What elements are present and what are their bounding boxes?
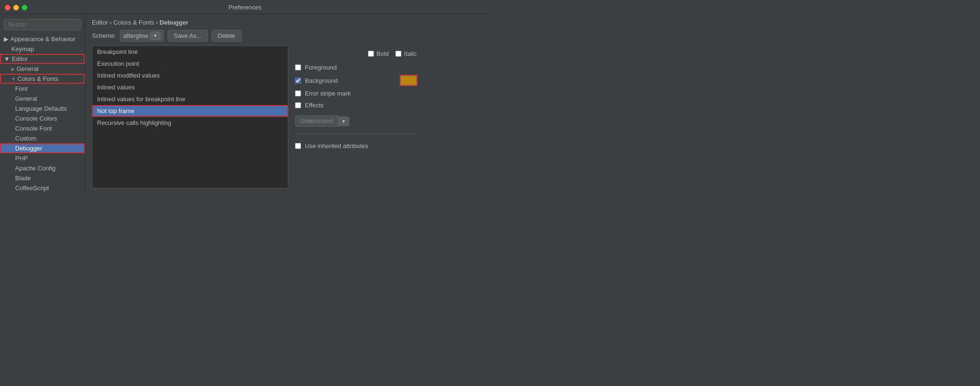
sidebar-item-label: Keymap <box>11 45 34 53</box>
use-inherited-checkbox[interactable] <box>295 143 301 149</box>
sidebar-item-editor[interactable]: ▼ Editor <box>0 54 85 64</box>
breadcrumb-part2: Colors & Fonts <box>114 19 154 26</box>
scheme-value: afterglow <box>123 32 148 39</box>
scheme-dropdown[interactable]: afterglow ▼ <box>120 30 164 42</box>
main-content: ▶ Appearance & Behavior Keymap ▼ Editor … <box>0 14 490 193</box>
sidebar-item-appearance[interactable]: ▶ Appearance & Behavior <box>0 34 85 44</box>
sidebar-item-colors-fonts[interactable]: ▼ Colors & Fonts <box>0 74 85 84</box>
inherited-row: Use inherited attributes <box>295 142 417 149</box>
sidebar-item-label: General <box>15 95 37 102</box>
background-label: Background <box>305 77 397 84</box>
sidebar-item-debugger[interactable]: Debugger <box>0 143 85 153</box>
breadcrumb-sep2: › <box>156 19 160 26</box>
arrow-icon: ▶ <box>11 67 15 71</box>
breadcrumb: Editor › Colors & Fonts › Debugger <box>85 14 490 30</box>
list-item-inlined-modified[interactable]: Inlined modified values <box>92 70 288 81</box>
bold-checkbox-label[interactable]: Bold <box>368 50 389 57</box>
list-item-label: Inlined modified values <box>97 72 160 79</box>
error-stripe-label: Error stripe mark <box>305 90 417 97</box>
search-input[interactable] <box>4 19 81 30</box>
bold-label: Bold <box>376 50 389 57</box>
sidebar-item-label: Appearance & Behavior <box>10 35 75 43</box>
list-item-execution-point[interactable]: Execution point <box>92 58 288 70</box>
sidebar-item-font[interactable]: Font <box>0 84 85 94</box>
list-item-inlined-breakpoint[interactable]: Inlined values for breakpoint line <box>92 93 288 105</box>
title-bar: Preferences <box>0 0 490 14</box>
effects-row: Effects <box>295 102 417 109</box>
background-color-swatch[interactable] <box>401 76 417 85</box>
arrow-icon: ▶ <box>4 35 9 43</box>
sidebar-item-label: Language Defaults <box>15 105 67 112</box>
breadcrumb-sep1: › <box>110 19 114 26</box>
debugger-list: Breakpoint line Execution point Inlined … <box>92 45 288 188</box>
sidebar-item-label: Console Font <box>15 125 52 132</box>
maximize-button[interactable] <box>22 5 27 10</box>
sidebar-item-console-colors[interactable]: Console Colors <box>0 114 85 123</box>
divider <box>295 133 417 134</box>
sidebar-item-label: Font <box>15 85 27 92</box>
sidebar-item-label: Debugger <box>15 145 42 152</box>
sidebar-item-general[interactable]: ▶ General <box>0 64 85 74</box>
effects-label: Effects <box>305 102 417 109</box>
sidebar-item-php[interactable]: PHP <box>0 153 85 163</box>
bold-checkbox[interactable] <box>368 51 374 57</box>
sidebar-item-label: Console Colors <box>15 115 57 122</box>
sidebar-item-language-defaults[interactable]: Language Defaults <box>0 104 85 114</box>
sidebar-item-apache-config[interactable]: Apache Config <box>0 163 85 173</box>
list-item-label: Not top frame <box>97 107 134 114</box>
sidebar-item-label: Blade <box>15 175 31 182</box>
dropdown-arrow-icon[interactable]: ▼ <box>150 32 160 40</box>
breadcrumb-part1: Editor <box>92 19 108 26</box>
list-item-breakpoint-line[interactable]: Breakpoint line <box>92 46 288 58</box>
foreground-row: Foreground <box>295 64 417 71</box>
traffic-lights <box>5 5 27 10</box>
sidebar-item-label: Editor <box>12 55 28 62</box>
scheme-label: Scheme: <box>92 32 116 39</box>
error-stripe-checkbox[interactable] <box>295 90 301 96</box>
sidebar: ▶ Appearance & Behavior Keymap ▼ Editor … <box>0 14 85 193</box>
close-button[interactable] <box>5 5 10 10</box>
content-area: Breakpoint line Execution point Inlined … <box>85 45 490 193</box>
background-checkbox[interactable] <box>295 78 301 84</box>
sidebar-item-console-font[interactable]: Console Font <box>0 123 85 133</box>
sidebar-item-label: CoffeeScript <box>15 184 49 192</box>
list-item-label: Breakpoint line <box>97 48 138 55</box>
foreground-label: Foreground <box>305 64 417 71</box>
sidebar-item-coffeescript[interactable]: CoffeeScript <box>0 183 85 193</box>
list-item-label: Recursive calls highlighting <box>97 119 171 126</box>
list-item-recursive-calls[interactable]: Recursive calls highlighting <box>92 117 288 129</box>
minimize-button[interactable] <box>13 5 19 10</box>
sidebar-item-keymap[interactable]: Keymap <box>0 44 85 54</box>
sidebar-item-label: Colors & Fonts <box>18 75 58 82</box>
italic-label: Italic <box>404 50 417 57</box>
sidebar-item-label: Custom <box>15 135 36 142</box>
effects-select[interactable]: Underscored <box>295 115 338 127</box>
text-style-row: Bold Italic <box>295 50 417 57</box>
effects-checkbox[interactable] <box>295 102 301 108</box>
sidebar-item-label: Apache Config <box>15 165 55 172</box>
sidebar-item-general2[interactable]: General <box>0 94 85 104</box>
sidebar-item-label: PHP <box>15 155 28 162</box>
effects-value: Underscored <box>300 118 333 124</box>
sidebar-item-blade[interactable]: Blade <box>0 173 85 183</box>
list-item-not-top-frame[interactable]: Not top frame <box>92 105 288 117</box>
options-panel: Bold Italic Foreground Background <box>288 45 423 188</box>
delete-button[interactable]: Delete <box>212 30 242 42</box>
list-item-inlined-values[interactable]: Inlined values <box>92 81 288 93</box>
list-item-label: Inlined values for breakpoint line <box>97 96 185 103</box>
arrow-icon: ▼ <box>4 55 10 62</box>
use-inherited-label: Use inherited attributes <box>305 142 368 149</box>
italic-checkbox[interactable] <box>395 51 401 57</box>
list-item-label: Inlined values <box>97 84 135 91</box>
list-item-label: Execution point <box>97 60 139 67</box>
effects-dropdown: Underscored ▼ <box>295 115 417 127</box>
save-as-button[interactable]: Save As... <box>168 30 208 42</box>
italic-checkbox-label[interactable]: Italic <box>395 50 417 57</box>
sidebar-item-custom[interactable]: Custom <box>0 133 85 143</box>
foreground-checkbox[interactable] <box>295 64 301 70</box>
window-title: Preferences <box>228 4 261 11</box>
right-panel: Editor › Colors & Fonts › Debugger Schem… <box>85 14 490 193</box>
error-stripe-row: Error stripe mark <box>295 90 417 97</box>
scheme-bar: Scheme: afterglow ▼ Save As... Delete <box>85 30 490 45</box>
effects-arrow-icon[interactable]: ▼ <box>338 116 349 126</box>
